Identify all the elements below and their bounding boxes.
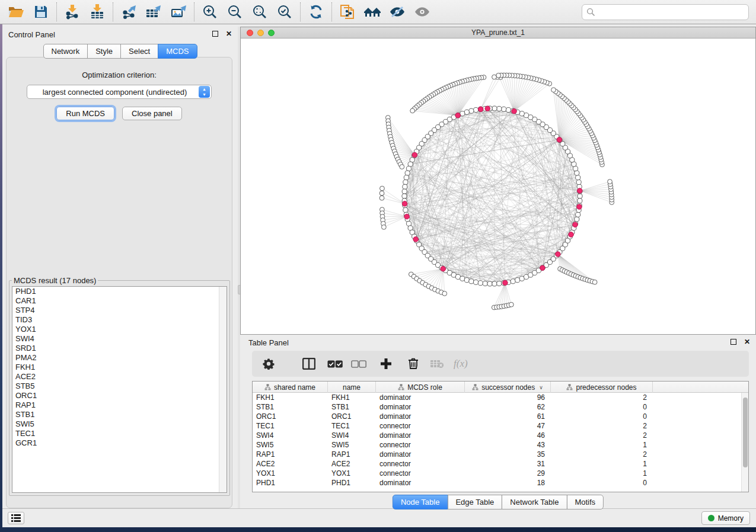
table-settings-button[interactable]	[258, 353, 279, 374]
delete-button[interactable]	[403, 353, 424, 374]
column-header-name[interactable]: name	[328, 382, 376, 393]
table-panel: Table Panel ✕	[240, 335, 756, 508]
export-table-button[interactable]	[141, 1, 166, 23]
table-row[interactable]: YOX1YOX1connector291	[253, 469, 748, 478]
mcds-result-list[interactable]: PHD1CAR1STP4TID3YOX1SWI4SRD1PMA2FKH1ACE2…	[12, 286, 227, 493]
mcds-result-item[interactable]: STP4	[12, 306, 227, 315]
save-icon	[34, 5, 48, 19]
tab-network[interactable]: Network	[43, 44, 88, 59]
deselect-all-button[interactable]	[348, 353, 369, 374]
cell-filler	[653, 469, 748, 478]
mcds-result-item[interactable]: PMA2	[12, 353, 227, 363]
save-session-button[interactable]	[28, 1, 53, 23]
open-folder-icon	[8, 5, 24, 18]
tab-mcds[interactable]: MCDS	[158, 44, 197, 59]
export-network-button[interactable]	[116, 1, 141, 23]
cell-filler	[653, 402, 748, 412]
cell-shared-name: SWI5	[253, 440, 328, 450]
split-view-button[interactable]	[298, 353, 320, 374]
eye-icon	[414, 5, 430, 19]
search-input[interactable]	[595, 7, 748, 18]
table-row[interactable]: RAP1RAP1dominator352	[253, 450, 748, 459]
column-header-predecessor-nodes[interactable]: predecessor nodes	[551, 382, 653, 393]
zoom-out-button[interactable]	[222, 1, 247, 23]
mcds-result-item[interactable]: ACE2	[12, 372, 227, 382]
tab-motifs[interactable]: Motifs	[566, 495, 604, 509]
show-all-button[interactable]	[410, 1, 435, 23]
export-image-button[interactable]	[166, 1, 191, 23]
refresh-button[interactable]	[304, 1, 328, 23]
tab-network-table[interactable]: Network Table	[502, 495, 567, 509]
cell-name: ACE2	[328, 459, 376, 469]
sort-desc-icon: ∨	[539, 384, 543, 390]
clone-network-icon	[339, 4, 356, 20]
mcds-result-item[interactable]: SRD1	[12, 344, 227, 353]
mcds-result-item[interactable]: YOX1	[12, 325, 227, 334]
close-panel-button[interactable]: Close panel	[122, 107, 182, 120]
table-row[interactable]: ACE2ACE2connector311	[253, 459, 748, 469]
tab-node-table[interactable]: Node Table	[393, 495, 448, 509]
mcds-result-item[interactable]: ORC1	[12, 391, 227, 400]
control-panel-close-button[interactable]: ✕	[225, 30, 233, 38]
mcds-result-item[interactable]: CAR1	[12, 296, 227, 306]
table-row[interactable]: SWI5SWI5connector431	[253, 440, 748, 450]
tab-style[interactable]: Style	[87, 44, 121, 59]
tab-edge-table[interactable]: Edge Table	[447, 495, 502, 509]
table-scrollbar[interactable]	[741, 393, 748, 492]
window-minimize-icon[interactable]	[257, 30, 264, 36]
cell-name: ORC1	[328, 412, 376, 421]
table-panel-close-button[interactable]: ✕	[743, 338, 751, 346]
column-header-filler	[653, 382, 748, 393]
mcds-list-scrollbar[interactable]	[219, 287, 227, 492]
mcds-result-item[interactable]: GCR1	[12, 438, 227, 448]
mcds-result-item[interactable]: PHD1	[12, 287, 227, 296]
optimization-criterion-select[interactable]: largest connected component (undirected)…	[27, 85, 212, 99]
mcds-result-item[interactable]: STB1	[12, 410, 227, 419]
network-window: YPA_prune.txt_1	[240, 27, 756, 335]
memory-button[interactable]: Memory	[701, 511, 750, 525]
import-table-button[interactable]	[85, 1, 110, 23]
clone-network-button[interactable]	[335, 1, 360, 23]
window-maximize-icon[interactable]	[268, 30, 275, 36]
select-all-button[interactable]	[324, 353, 346, 374]
network-canvas[interactable]	[241, 39, 755, 334]
mcds-result-item[interactable]: RAP1	[12, 400, 227, 410]
mcds-result-group: MCDS result (17 nodes) PHD1CAR1STP4TID3Y…	[9, 276, 230, 496]
window-close-icon[interactable]	[247, 30, 253, 36]
hide-selected-button[interactable]	[385, 1, 410, 23]
first-neighbors-button[interactable]	[360, 1, 385, 23]
network-window-titlebar[interactable]: YPA_prune.txt_1	[241, 27, 755, 39]
table-scrollbar-thumb[interactable]	[743, 398, 748, 467]
table-row[interactable]: TEC1TEC1connector472	[253, 421, 748, 431]
search-icon	[586, 8, 595, 17]
mcds-result-item[interactable]: SWI5	[12, 419, 227, 429]
table-row[interactable]: PHD1PHD1dominator180	[253, 478, 748, 488]
mcds-result-item[interactable]: TEC1	[12, 429, 227, 438]
import-network-button[interactable]	[60, 1, 85, 23]
show-panels-button[interactable]	[8, 512, 24, 524]
table-row[interactable]: SWI4SWI4dominator462	[253, 431, 748, 440]
column-header-mcds-role[interactable]: MCDS role	[376, 382, 465, 393]
run-mcds-button[interactable]: Run MCDS	[56, 107, 114, 120]
table-panel-float-button[interactable]	[729, 338, 738, 346]
control-panel-float-button[interactable]	[211, 30, 219, 38]
column-header-shared-name[interactable]: shared name	[253, 382, 328, 393]
search-field[interactable]	[582, 4, 749, 20]
mcds-result-item[interactable]: SWI4	[12, 334, 227, 344]
zoom-in-button[interactable]	[197, 1, 222, 23]
mcds-result-item[interactable]: STB5	[12, 382, 227, 391]
mcds-result-item[interactable]: TID3	[12, 315, 227, 325]
tab-select[interactable]: Select	[120, 44, 158, 59]
select-stepper-icon: ▲▼	[199, 86, 210, 98]
zoom-fit-button[interactable]	[247, 1, 272, 23]
open-file-button[interactable]	[4, 1, 28, 23]
table-row[interactable]: STB1STB1dominator620	[253, 402, 748, 412]
cell-shared-name: YOX1	[253, 469, 328, 478]
zoom-selected-button[interactable]	[272, 1, 297, 23]
mcds-result-item[interactable]: FKH1	[12, 363, 227, 372]
column-header-successor-nodes[interactable]: successor nodes ∨	[465, 382, 551, 393]
table-row[interactable]: FKH1FKH1dominator962	[253, 393, 748, 402]
add-button[interactable]	[375, 353, 397, 374]
table-row[interactable]: ORC1ORC1dominator610	[253, 412, 748, 421]
cell-mcds-role: dominator	[376, 478, 465, 488]
